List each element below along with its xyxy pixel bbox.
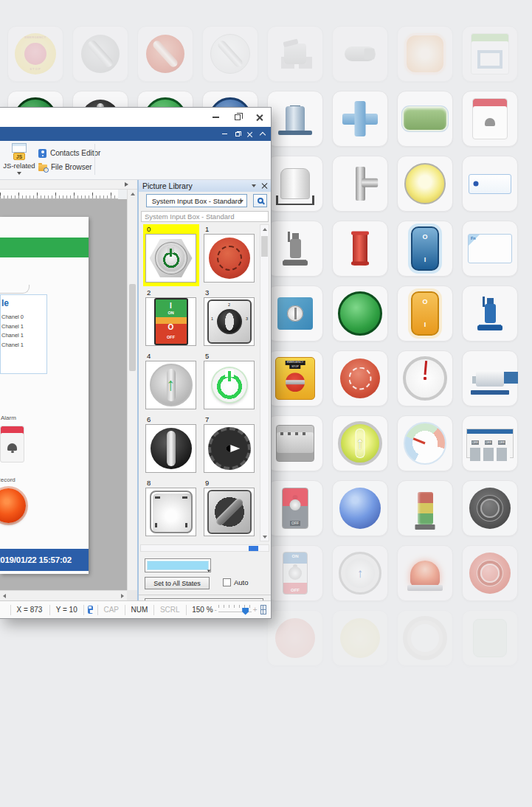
picture-item-4[interactable]: 4↑ — [143, 351, 199, 413]
tile-sounder-dark[interactable] — [462, 480, 518, 536]
tile-knob-gray[interactable] — [72, 26, 128, 82]
slider-thumb[interactable] — [242, 608, 249, 615]
tile-estop-station[interactable]: EMERGENCYSTOP — [267, 350, 323, 406]
set-to-all-states-button[interactable]: Set to All States — [145, 577, 210, 589]
zoom-out-button[interactable]: - — [215, 606, 217, 614]
auto-checkbox[interactable] — [223, 578, 231, 586]
tile-ghost-ring[interactable] — [397, 610, 453, 666]
zoom-slider[interactable] — [218, 604, 252, 616]
tile-safety-valve-gray[interactable] — [267, 221, 323, 277]
canvas-horizontal-scrollbar[interactable] — [0, 590, 127, 600]
picture-item-5[interactable]: 5 — [201, 351, 258, 413]
doc-restore-button[interactable] — [232, 128, 243, 139]
picture-item-8[interactable]: 8 — [143, 478, 199, 540]
window-restore-button[interactable] — [227, 108, 249, 127]
zoom-in-button[interactable]: + — [253, 606, 258, 614]
window-minimize-button[interactable] — [204, 108, 227, 127]
tile-gauge-plain[interactable] — [397, 350, 453, 406]
tile-submersible-pump[interactable] — [267, 91, 323, 147]
picture-item-7[interactable]: 7 — [201, 415, 258, 477]
tile-toggle-onoff[interactable]: ONOFF — [267, 545, 323, 601]
status-num-lock[interactable]: NUM — [125, 606, 154, 614]
tile-input-box[interactable] — [462, 156, 518, 212]
tile-rocker-round-green[interactable] — [332, 285, 388, 342]
list-horizontal-scrollbar[interactable] — [140, 544, 269, 552]
picture-item-9[interactable]: 9 — [201, 478, 258, 540]
tile-knob-red[interactable] — [137, 26, 193, 82]
list-vertical-scrollbar[interactable] — [260, 224, 269, 541]
picture-item-1[interactable]: 1 — [201, 224, 258, 286]
tile-monitor-panel[interactable] — [462, 26, 518, 82]
tile-selector-illuminated[interactable]: ↑ — [332, 415, 388, 471]
status-caps-lock[interactable]: CAP — [97, 606, 125, 614]
tile-breaker-block[interactable] — [267, 415, 323, 471]
tile-pipe-tee[interactable] — [332, 156, 388, 212]
search-button[interactable] — [253, 194, 267, 207]
scrollbar-thumb[interactable] — [261, 236, 268, 257]
tile-alarm-bell-card[interactable] — [462, 91, 518, 147]
tile-lamp-square-orange[interactable] — [397, 26, 453, 82]
window-close-button[interactable] — [249, 108, 271, 127]
record-button-widget[interactable] — [0, 488, 26, 523]
tile-knob-silver[interactable] — [202, 26, 258, 82]
ribbon-group-js-related[interactable]: JS JS-related — [3, 143, 35, 175]
picture-item-6[interactable]: 6 — [143, 415, 199, 477]
tile-safety-valve-blue[interactable] — [462, 285, 518, 342]
tile-gauge-colored[interactable] — [397, 415, 453, 471]
ribbon-item-contacts-editor[interactable]: Contacts Editor — [38, 146, 100, 160]
channel-list-widget[interactable]: le Chanel 0 Chanel 1 Chanel 1 Chanel 1 — [0, 294, 47, 374]
tile-lamp-round-yellow[interactable] — [397, 156, 453, 212]
tile-rocker-blue[interactable]: OI — [397, 221, 453, 277]
canvas-vertical-scrollbar[interactable] — [127, 190, 137, 590]
tile-sounder-red[interactable] — [462, 545, 518, 601]
status-scroll-lock[interactable]: SCRL — [154, 606, 186, 614]
tile-pipe-cross[interactable] — [332, 91, 388, 147]
tile-knob-arrow-silver[interactable]: ↑ — [332, 545, 388, 601]
save-icon[interactable] — [88, 606, 92, 614]
tile-breaker-3pole[interactable]: OFFOFFOFF — [462, 415, 518, 471]
ribbon-collapse-button[interactable] — [257, 128, 268, 139]
ribbon: JS JS-related Contacts Editor File Brows… — [0, 141, 271, 180]
picture-item-index: 0 — [147, 225, 197, 234]
design-canvas[interactable]: le Chanel 0 Chanel 1 Chanel 1 Chanel 1 A… — [0, 199, 127, 590]
tile-motor-pump[interactable] — [332, 26, 388, 82]
picture-item-2[interactable]: 2IONOOFF — [143, 288, 199, 350]
doc-minimize-button[interactable] — [219, 128, 230, 139]
tile-ghost-yellow[interactable] — [332, 610, 388, 666]
tile-display-green[interactable] — [397, 91, 453, 147]
tile-water-tank[interactable] — [267, 156, 323, 212]
tile-dome-blue[interactable] — [332, 480, 388, 536]
fit-view-icon[interactable] — [260, 605, 266, 614]
canvas-pane: le Chanel 0 Chanel 1 Chanel 1 Chanel 1 A… — [0, 180, 137, 600]
tile-pump-horizontal[interactable] — [462, 350, 518, 406]
tile-vacuum-pump[interactable] — [267, 26, 323, 82]
scrollbar-thumb[interactable] — [249, 546, 258, 551]
tile-stack-light[interactable] — [397, 480, 453, 536]
ribbon-item-file-browser[interactable]: File Browser — [38, 160, 100, 174]
tile-rocker-orange[interactable]: OI — [397, 285, 453, 342]
tile-toggle-red[interactable]: OFF — [267, 480, 323, 536]
timestamp-bar[interactable]: 2019/01/22 15:57:02 — [0, 549, 89, 571]
panel-title: Picture Library — [142, 181, 193, 190]
pane-expand-icon[interactable] — [125, 182, 128, 187]
tile-pipe-red[interactable] — [332, 221, 388, 277]
green-bar-widget[interactable] — [0, 238, 89, 257]
picture-set-dropdown[interactable]: System Input Box - Standard — [146, 194, 247, 207]
panel-close-icon[interactable] — [261, 183, 267, 189]
close-icon — [256, 114, 263, 121]
scrollbar-thumb[interactable] — [129, 284, 136, 371]
tile-ghost-red[interactable] — [267, 610, 323, 666]
tile-ghost-green[interactable] — [462, 610, 518, 666]
background-color-dropdown[interactable] — [145, 558, 211, 572]
tile-fn-panel[interactable]: Fn — [462, 221, 518, 277]
tile-estop-round[interactable]: EMERGENCYSTOP — [7, 26, 63, 82]
tile-beacon-red[interactable] — [397, 545, 453, 601]
tile-rotary-dip[interactable] — [267, 285, 323, 342]
hmi-page[interactable]: le Chanel 0 Chanel 1 Chanel 1 Chanel 1 A… — [0, 217, 89, 574]
picture-item-3[interactable]: 3123 — [201, 288, 258, 350]
panel-menu-icon[interactable] — [252, 184, 256, 187]
doc-close-button[interactable] — [244, 128, 255, 139]
picture-item-0[interactable]: 0 — [143, 224, 199, 286]
tile-estop-arrows[interactable] — [332, 350, 388, 406]
alarm-widget[interactable] — [0, 426, 24, 463]
